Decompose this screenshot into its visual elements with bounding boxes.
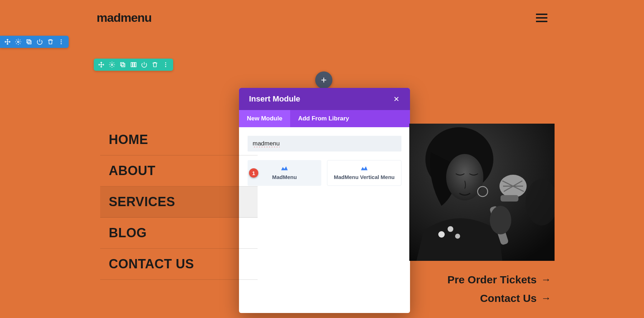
more-icon[interactable] [162,61,169,68]
svg-point-0 [18,41,19,43]
duplicate-icon[interactable] [26,39,32,45]
columns-icon[interactable] [130,61,137,68]
section-toolbar [0,36,69,48]
modal-tabs: New Module Add From Library [239,110,410,127]
add-module-button[interactable] [315,71,332,89]
svg-rect-11 [135,63,136,67]
cta-links: Pre Order Tickets → Contact Us → [447,274,551,304]
svg-point-21 [455,234,460,239]
modal-header: Insert Module [239,88,410,110]
svg-point-5 [61,43,62,44]
svg-point-12 [165,62,166,63]
nav-item-home[interactable]: HOME [100,124,258,155]
gear-icon[interactable] [15,39,21,45]
svg-point-19 [438,231,445,238]
module-label: MadMenu Vertical Menu [334,174,395,180]
module-card-madmenu[interactable]: 1 MadMenu [248,160,321,186]
vertical-nav-menu: HOME ABOUT SERVICES BLOG CONTACT US [100,124,258,280]
move-icon[interactable] [98,61,104,68]
power-icon[interactable] [141,61,147,68]
move-icon[interactable] [4,39,11,45]
svg-rect-24 [501,195,518,202]
module-search-input[interactable] [248,136,401,151]
svg-rect-10 [133,63,135,67]
svg-point-25 [490,206,511,234]
module-label: MadMenu [272,174,297,180]
cta-label: Contact Us [480,292,537,304]
svg-rect-9 [131,63,132,67]
svg-point-14 [165,66,166,67]
insert-module-modal: Insert Module New Module Add From Librar… [239,88,410,313]
svg-rect-7 [121,63,124,66]
cta-label: Pre Order Tickets [447,274,537,286]
svg-rect-2 [28,41,31,44]
hamburger-menu-icon[interactable] [536,14,547,22]
svg-point-4 [61,41,62,43]
trash-icon[interactable] [47,39,54,45]
close-icon[interactable] [393,95,400,103]
tab-add-from-library[interactable]: Add From Library [290,110,357,127]
module-icon [360,165,368,172]
module-icon [280,165,288,172]
nav-item-blog[interactable]: BLOG [100,218,258,249]
module-grid: 1 MadMenu MadMenu Vertical Menu [248,160,401,186]
svg-rect-8 [122,64,125,67]
more-icon[interactable] [58,39,64,45]
site-logo: madmenu [97,11,152,25]
gear-icon[interactable] [109,61,115,68]
power-icon[interactable] [36,39,43,45]
svg-point-13 [165,64,166,65]
trash-icon[interactable] [152,61,158,68]
svg-rect-1 [27,40,30,43]
module-card-madmenu-vertical[interactable]: MadMenu Vertical Menu [327,160,401,186]
svg-point-3 [61,39,62,40]
modal-title: Insert Module [249,94,300,104]
row-toolbar [94,59,173,71]
arrow-right-icon: → [541,293,551,303]
nav-item-services[interactable]: SERVICES [100,187,258,218]
cta-contact-us[interactable]: Contact Us → [480,292,551,304]
nav-item-contact[interactable]: CONTACT US [100,249,258,280]
page-header: madmenu [0,0,644,35]
hero-image [409,124,555,261]
duplicate-icon[interactable] [119,61,126,68]
svg-point-6 [111,64,113,66]
nav-item-about[interactable]: ABOUT [100,155,258,187]
arrow-right-icon: → [541,275,551,285]
modal-body: 1 MadMenu MadMenu Vertical Menu [239,127,410,313]
cta-pre-order-tickets[interactable]: Pre Order Tickets → [447,274,551,286]
svg-point-20 [448,226,453,232]
